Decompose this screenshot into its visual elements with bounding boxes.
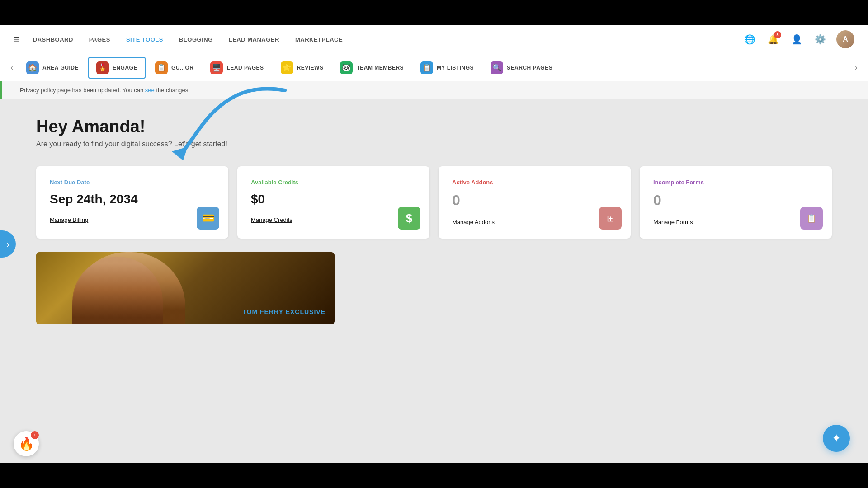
sidebar-item-guide[interactable]: 📋 GU...OR: [148, 58, 201, 78]
nav-blogging[interactable]: BLOGGING: [179, 36, 213, 43]
nav-dashboard[interactable]: DASHBOARD: [33, 36, 73, 43]
sidebar-item-search-pages[interactable]: 🔍 SEARCH PAGES: [483, 58, 560, 78]
fire-badge: 1: [31, 431, 39, 439]
notice-bar: Privacy policy page has been updated. Yo…: [0, 81, 868, 99]
hamburger-icon[interactable]: ≡: [14, 33, 19, 45]
manage-addons-link[interactable]: Manage Addons: [452, 219, 495, 225]
chat-button[interactable]: ✦: [823, 425, 850, 452]
video-thumbnail[interactable]: TOM FERRY EXCLUSIVE: [36, 252, 335, 324]
sidebar-item-my-listings[interactable]: 📋 MY LISTINGS: [413, 58, 481, 78]
card-next-due-date: Next Due Date Sep 24th, 2034 Manage Bill…: [36, 166, 228, 239]
card-label-next-due-date: Next Due Date: [50, 179, 215, 186]
fire-icon: 🔥: [19, 436, 34, 451]
nav-prev-arrow[interactable]: ‹: [5, 61, 19, 75]
nav-bar: ≡ DASHBOARD PAGES SITE TOOLS BLOGGING LE…: [0, 25, 868, 54]
chevron-right-icon: ›: [6, 239, 9, 249]
sidebar-item-team-members[interactable]: 🐼 TEAM MEMBERS: [333, 58, 411, 78]
area-guide-icon: 🏠: [26, 61, 39, 74]
guide-icon: 📋: [155, 61, 168, 74]
reviews-icon: ⭐: [281, 61, 293, 74]
top-bar: [0, 0, 868, 25]
notifications-icon[interactable]: 🔔 8: [766, 32, 780, 47]
card-value-next-due-date: Sep 24th, 2034: [50, 192, 215, 206]
manage-forms-link[interactable]: Manage Forms: [653, 219, 693, 225]
card-value-active-addons: 0: [452, 192, 617, 209]
card-value-incomplete-forms: 0: [653, 192, 818, 209]
cards-row: Next Due Date Sep 24th, 2034 Manage Bill…: [36, 166, 832, 239]
card-available-credits: Available Credits $0 Manage Credits $: [237, 166, 429, 239]
card-incomplete-forms: Incomplete Forms 0 Manage Forms 📋: [640, 166, 832, 239]
nav-site-tools[interactable]: SITE TOOLS: [126, 36, 163, 43]
nav-lead-manager[interactable]: LEAD MANAGER: [229, 36, 279, 43]
search-pages-icon: 🔍: [491, 61, 503, 74]
manage-credits-link[interactable]: Manage Credits: [251, 216, 292, 223]
video-exclusive-label: TOM FERRY EXCLUSIVE: [242, 308, 326, 315]
card-active-addons: Active Addons 0 Manage Addons ⊞: [439, 166, 631, 239]
nav-marketplace[interactable]: MARKETPLACE: [295, 36, 343, 43]
sidebar-item-reviews[interactable]: ⭐ REVIEWS: [274, 58, 331, 78]
bottom-bar: [0, 463, 868, 488]
sparkle-icon: ✦: [832, 432, 841, 445]
forms-icon: 📋: [800, 207, 823, 230]
card-label-active-addons: Active Addons: [452, 179, 617, 186]
notification-badge: 8: [774, 31, 781, 38]
card-label-incomplete-forms: Incomplete Forms: [653, 179, 818, 186]
nav-next-arrow[interactable]: ›: [849, 61, 863, 75]
my-listings-icon: 📋: [420, 61, 433, 74]
sidebar-item-engage[interactable]: 🎖️ ENGAGE: [88, 57, 146, 79]
billing-icon: 💳: [197, 207, 219, 230]
sidebar-item-area-guide[interactable]: 🏠 AREA GUIDE: [19, 58, 86, 78]
nav-pages[interactable]: PAGES: [89, 36, 110, 43]
settings-icon[interactable]: ⚙️: [813, 32, 827, 47]
card-value-available-credits: $0: [251, 192, 416, 206]
lead-pages-icon: 🖥️: [210, 61, 223, 74]
secondary-nav: ‹ 🏠 AREA GUIDE 🎖️ ENGAGE 📋 GU...OR 🖥️ LE…: [0, 54, 868, 81]
globe-icon[interactable]: 🌐: [742, 32, 757, 47]
avatar[interactable]: A: [836, 30, 854, 48]
manage-billing-link[interactable]: Manage Billing: [50, 216, 88, 223]
engage-icon: 🎖️: [96, 61, 109, 74]
greeting-subtitle: Are you ready to find your digital succe…: [36, 140, 832, 148]
card-label-available-credits: Available Credits: [251, 179, 416, 186]
video-section: TOM FERRY EXCLUSIVE: [36, 252, 832, 324]
team-members-icon: 🐼: [340, 61, 353, 74]
fire-button[interactable]: 🔥 1: [14, 431, 39, 456]
addons-icon: ⊞: [599, 207, 622, 230]
user-circle-icon[interactable]: 👤: [789, 32, 804, 47]
credits-icon: $: [398, 207, 420, 230]
sidebar-item-lead-pages[interactable]: 🖥️ LEAD PAGES: [203, 58, 271, 78]
notice-link[interactable]: see: [145, 87, 155, 94]
greeting-title: Hey Amanda!: [36, 117, 832, 136]
